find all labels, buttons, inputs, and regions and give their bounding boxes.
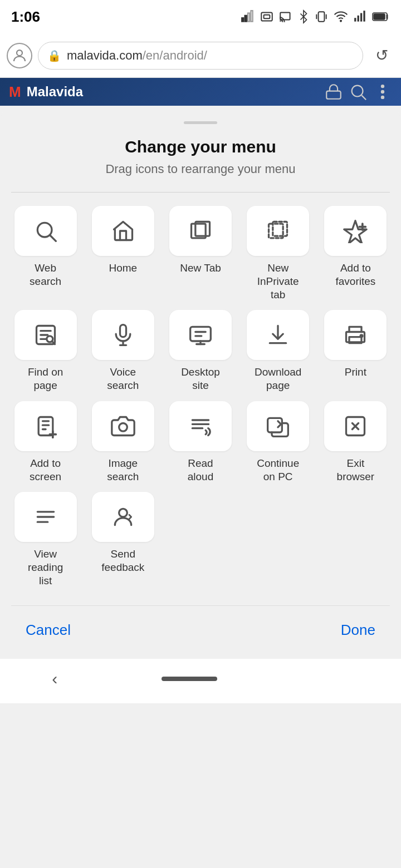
browser-toolbar: 🔒 malavida.com/en/android/ ↺ <box>0 33 401 78</box>
svg-rect-1 <box>245 16 247 22</box>
download-icon <box>266 323 290 347</box>
menu-item-home[interactable]: Home <box>89 206 157 301</box>
exit-browser-icon-box <box>324 401 387 451</box>
add-screen-icon <box>33 414 58 438</box>
site-preview-bar: M Malavida <box>0 78 401 106</box>
bluetooth-icon <box>297 9 310 24</box>
svg-rect-48 <box>38 417 53 435</box>
svg-rect-36 <box>120 325 126 337</box>
status-time: 1:06 <box>11 8 40 26</box>
menu-item-new-tab[interactable]: New Tab <box>166 206 234 301</box>
wifi-icon <box>333 9 349 24</box>
svg-rect-11 <box>360 13 362 22</box>
svg-rect-5 <box>264 15 270 19</box>
download-page-icon-box <box>247 310 309 360</box>
svg-point-62 <box>119 509 127 517</box>
continue-pc-icon <box>266 414 290 438</box>
find-on-page-icon-box <box>14 310 77 360</box>
svg-rect-4 <box>261 12 272 21</box>
bottom-sheet: Change your menu Drag icons to rearrange… <box>0 106 401 659</box>
cancel-button[interactable]: Cancel <box>17 617 80 643</box>
home-icon <box>111 219 135 243</box>
menu-item-add-favorites[interactable]: Add tofavorites <box>321 206 390 301</box>
battery-icon <box>372 9 390 24</box>
android-icon <box>324 82 343 101</box>
menu-item-view-reading-list[interactable]: Viewreadinglist <box>11 492 80 587</box>
menu-item-find-on-page[interactable]: Find onpage <box>11 310 80 392</box>
svg-line-18 <box>361 95 366 100</box>
site-logo: M <box>9 83 21 101</box>
menu-item-exit-browser[interactable]: Exitbrowser <box>321 401 390 484</box>
url-bar[interactable]: 🔒 malavida.com/en/android/ <box>38 42 363 70</box>
divider <box>11 192 390 193</box>
view-reading-list-icon-box <box>14 492 77 542</box>
find-icon <box>33 323 58 347</box>
mic-icon <box>111 323 135 347</box>
svg-point-19 <box>382 85 384 87</box>
menu-item-continue-on-pc[interactable]: Continueon PC <box>244 401 312 484</box>
menu-item-new-inprivate[interactable]: NewInPrivatetab <box>244 206 312 301</box>
menu-row-1: Websearch Home New Tab <box>11 206 390 301</box>
send-feedback-icon-box <box>92 492 154 542</box>
network-icon <box>353 9 368 24</box>
cast-icon <box>278 9 293 24</box>
menu-icon-site <box>373 82 392 101</box>
menu-item-read-aloud[interactable]: Readaloud <box>166 401 234 484</box>
home-label: Home <box>109 262 137 275</box>
svg-point-21 <box>382 96 384 98</box>
menu-item-voice-search[interactable]: Voicesearch <box>89 310 157 392</box>
sheet-subtitle: Drag icons to rearrange your menu <box>11 162 390 176</box>
continue-on-pc-icon-box <box>247 401 309 451</box>
menu-item-add-to-screen[interactable]: Add toscreen <box>11 401 80 484</box>
add-to-screen-label: Add toscreen <box>30 457 61 484</box>
site-name: Malavida <box>27 84 83 100</box>
nav-pill[interactable] <box>162 677 217 681</box>
voice-search-icon-box <box>92 310 154 360</box>
svg-rect-2 <box>248 13 250 22</box>
status-bar: 1:06 <box>0 0 401 33</box>
menu-item-print[interactable]: Print <box>321 310 390 392</box>
svg-rect-9 <box>354 18 356 21</box>
new-inprivate-label: NewInPrivatetab <box>257 262 299 301</box>
avatar[interactable] <box>7 43 32 68</box>
svg-rect-14 <box>374 14 385 19</box>
exit-browser-label: Exitbrowser <box>337 457 375 484</box>
search-icon-site <box>349 82 368 101</box>
menu-item-download-page[interactable]: Downloadpage <box>244 310 312 392</box>
svg-point-15 <box>17 50 22 56</box>
svg-rect-16 <box>326 91 341 99</box>
menu-row-4: Viewreadinglist Sendfeedback <box>11 492 390 587</box>
back-button[interactable]: ‹ <box>52 669 57 688</box>
read-aloud-icon-box <box>169 401 232 451</box>
sheet-title: Change your menu <box>11 137 390 156</box>
desktop-site-label: Desktopsite <box>181 366 220 392</box>
search-icon <box>33 219 58 243</box>
svg-rect-6 <box>280 12 290 19</box>
add-favorites-label: Add tofavorites <box>335 262 375 288</box>
menu-item-desktop-site[interactable]: Desktopsite <box>166 310 234 392</box>
home-icon-box <box>92 206 154 256</box>
print-icon-box <box>324 310 387 360</box>
nav-bar: ‹ <box>0 659 401 703</box>
continue-on-pc-label: Continueon PC <box>257 457 299 484</box>
inprivate-icon <box>266 219 290 243</box>
svg-point-8 <box>340 21 341 22</box>
voice-search-label: Voicesearch <box>107 366 139 392</box>
reload-button[interactable]: ↺ <box>369 43 394 68</box>
menu-item-send-feedback[interactable]: Sendfeedback <box>89 492 157 587</box>
svg-rect-39 <box>190 327 211 342</box>
star-icon <box>343 219 368 243</box>
new-inprivate-icon-box <box>247 206 309 256</box>
vibrate-icon <box>314 9 329 24</box>
feedback-icon <box>111 505 135 529</box>
svg-rect-0 <box>242 18 243 21</box>
menu-row-3: Add toscreen Imagesearch Readaloud <box>11 401 390 484</box>
menu-row-2: Find onpage Voicesearch <box>11 310 390 392</box>
sheet-footer: Cancel Done <box>11 605 390 659</box>
done-button[interactable]: Done <box>332 617 384 643</box>
menu-item-image-search[interactable]: Imagesearch <box>89 401 157 484</box>
signal-icon <box>241 9 255 24</box>
print-icon <box>343 323 368 347</box>
svg-point-47 <box>361 335 363 337</box>
menu-item-web-search[interactable]: Websearch <box>11 206 80 301</box>
